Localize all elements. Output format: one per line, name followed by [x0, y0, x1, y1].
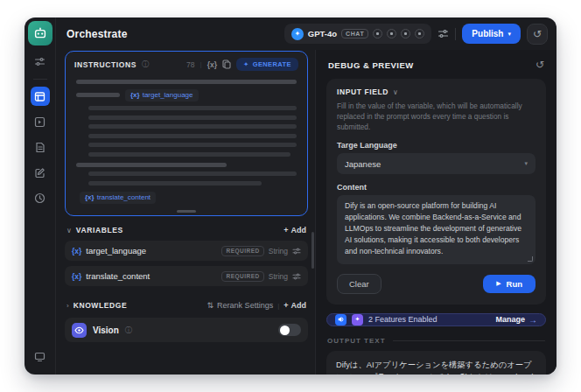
skeleton-line [88, 143, 297, 147]
plus-icon: + [284, 301, 288, 310]
sidebar-item-logs[interactable] [31, 137, 50, 157]
sidebar-item-annotation[interactable] [31, 163, 50, 182]
features-enabled-label: 2 Features Enabled [368, 315, 438, 324]
features-enabled-bar[interactable]: ✦ 2 Features Enabled Manage→ [326, 313, 546, 326]
model-mode-badge: CHAT [341, 29, 368, 38]
required-badge: REQUIRED [221, 271, 263, 282]
manage-features-button[interactable]: Manage→ [495, 315, 537, 325]
header-separator: | [200, 60, 202, 68]
variable-type: String [269, 272, 288, 281]
debug-header: DEBUG & PREVIEW ↺ [328, 59, 544, 71]
skeleton-text-row [76, 172, 297, 176]
skeleton-line [88, 134, 297, 138]
output-card: Difyは、AIアプリケーションを構築するためのオープンソースプラットフォームで… [326, 351, 546, 375]
actions-row: Clear ▶Run [337, 274, 536, 294]
vision-panel: Vision ⓘ [65, 318, 308, 342]
knowledge-title: KNOWLEDGE [74, 301, 128, 310]
model-name: GPT-4o [308, 29, 337, 38]
refresh-icon[interactable]: ↺ [536, 59, 544, 71]
model-capability-icon [387, 29, 396, 38]
instructions-header: INSTRUCTIONS ⓘ 78 | {x} ✦GENERATE [66, 52, 307, 74]
instructions-panel: INSTRUCTIONS ⓘ 78 | {x} ✦GENERATE {x} [65, 51, 308, 216]
variable-type: String [269, 247, 288, 256]
top-bar: Orchestrate ✦ GPT-4o CHAT Publish▾ ↺ [56, 18, 556, 50]
skeleton-text-row: {x}target_language [76, 89, 297, 102]
target-language-select[interactable]: Japanese ▾ [337, 153, 536, 174]
sidebar [24, 18, 56, 374]
variable-icon: {x} [72, 247, 81, 256]
rerank-settings-button[interactable]: ⇅Rerank Settings [207, 301, 274, 310]
debug-title: DEBUG & PREVIEW [328, 60, 414, 70]
input-field-header[interactable]: INPUT FIELD ∨ [337, 88, 536, 96]
feature-more-like-this-icon: ✦ [352, 314, 363, 326]
model-config-sliders-icon[interactable] [438, 28, 449, 39]
skeleton-line [88, 181, 262, 186]
model-selector[interactable]: ✦ GPT-4o CHAT [284, 24, 432, 44]
play-icon: ▶ [496, 280, 500, 287]
clear-button[interactable]: Clear [337, 274, 382, 294]
knowledge-header: › KNOWLEDGE ⇅Rerank Settings | +Add [66, 301, 306, 310]
skeleton-text-row [76, 143, 297, 147]
resize-handle[interactable] [177, 210, 196, 213]
input-field-card: INPUT FIELD ∨ Fill in the value of the v… [326, 79, 546, 304]
skeleton-line [88, 152, 290, 157]
resize-corner-icon[interactable] [528, 256, 533, 262]
model-provider-icon: ✦ [291, 28, 304, 40]
scrollbar-thumb[interactable] [312, 232, 314, 269]
output-text-header: OUTPUT TEXT [327, 337, 545, 345]
skeleton-text-row [76, 152, 297, 157]
variable-settings-icon[interactable] [292, 272, 301, 281]
model-capability-icon [401, 29, 410, 38]
vision-toggle[interactable] [278, 324, 301, 336]
insert-variable-icon[interactable]: {x} [207, 60, 217, 69]
skeleton-text-row: {x}translate_content [76, 192, 297, 204]
app-logo-robot-icon[interactable] [28, 21, 52, 46]
sidebar-item-history-clock-icon[interactable] [31, 188, 50, 207]
output-text: Difyは、AIアプリケーションを構築するためのオープンソースプラットフォームで… [336, 359, 536, 375]
chevron-down-icon: ▾ [524, 160, 528, 167]
generate-button[interactable]: ✦GENERATE [236, 58, 298, 71]
model-capability-icon [415, 29, 424, 38]
eye-icon [72, 323, 87, 338]
variable-settings-icon[interactable] [292, 247, 301, 256]
sparkle-icon: ✦ [243, 60, 249, 68]
variables-header: ∨ VARIABLES +Add [66, 226, 306, 234]
instructions-title: INSTRUCTIONS [74, 60, 136, 69]
skeleton-line [88, 124, 297, 129]
instructions-editor[interactable]: {x}target_language{x}translate_content [66, 74, 307, 215]
chevron-down-icon[interactable]: ∨ [66, 227, 72, 234]
run-button[interactable]: ▶Run [483, 275, 536, 293]
variable-chip-translate_content[interactable]: {x}translate_content [80, 192, 156, 204]
content-textarea[interactable]: Dify is an open-source platform for buil… [337, 195, 536, 263]
content-area: INSTRUCTIONS ⓘ 78 | {x} ✦GENERATE {x} [56, 50, 556, 374]
sidebar-item-preview[interactable] [31, 112, 50, 131]
variable-icon: {x} [72, 272, 81, 281]
variable-row-target-language[interactable]: {x} target_language REQUIRED String [65, 241, 308, 261]
plus-icon: + [284, 226, 288, 234]
info-icon: ⓘ [125, 326, 132, 335]
skeleton-text-row [76, 163, 297, 167]
info-icon: ⓘ [142, 60, 149, 69]
monitor-icon[interactable] [31, 346, 50, 366]
add-knowledge-button[interactable]: +Add [284, 301, 306, 310]
variable-chip-target_language[interactable]: {x}target_language [125, 89, 199, 102]
variable-row-translate-content[interactable]: {x} translate_content REQUIRED String [65, 266, 308, 286]
page-title: Orchestrate [66, 28, 128, 40]
skeleton-line [88, 106, 297, 110]
skeleton-line [76, 93, 120, 97]
skeleton-text-row [76, 124, 297, 129]
skeleton-text-row [76, 80, 297, 84]
sidebar-divider [33, 79, 47, 80]
publish-button[interactable]: Publish▾ [462, 24, 521, 44]
sidebar-item-orchestrate[interactable] [31, 87, 50, 106]
copy-icon[interactable] [222, 60, 231, 69]
chevron-right-icon[interactable]: › [66, 302, 69, 310]
version-history-button[interactable]: ↺ [527, 24, 548, 45]
sliders-icon[interactable] [31, 52, 50, 71]
add-variable-button[interactable]: +Add [284, 226, 306, 234]
target-language-label: Targe Language [337, 141, 536, 150]
vision-label: Vision [93, 326, 119, 335]
input-field-description: Fill in the value of the variable, which… [337, 101, 536, 132]
chevron-down-icon: ▾ [508, 31, 511, 38]
rerank-icon: ⇅ [207, 301, 214, 310]
